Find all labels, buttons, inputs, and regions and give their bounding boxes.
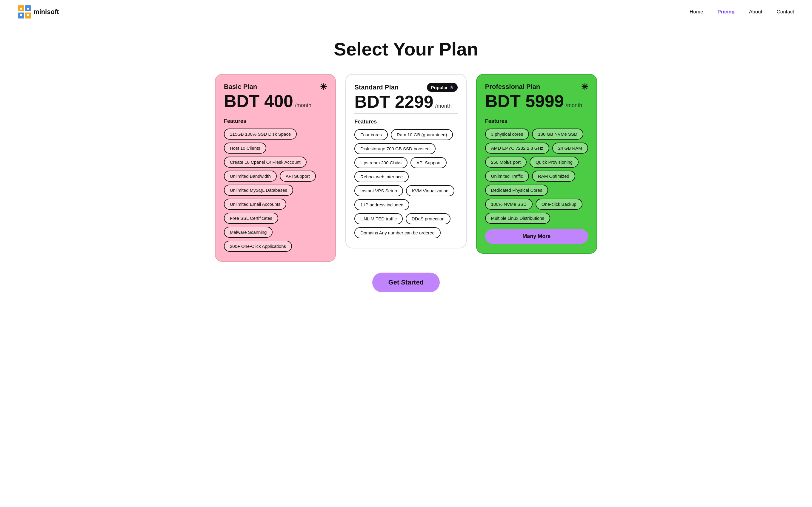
popular-label: Popular [431, 85, 448, 90]
pro-card-header: Professional Plan ✳ [485, 83, 588, 91]
pro-feature-0: 3 physical cores [485, 128, 529, 139]
standard-features-list: Four cores Ram 10 GB (guaranteed) Disk s… [354, 129, 457, 238]
basic-feature-5: Unlimited MySQL Databases [224, 185, 293, 195]
plan-card-basic: Basic Plan ✳ BDT 400 /month Features 115… [215, 74, 336, 262]
basic-feature-4: API Support [280, 171, 316, 182]
many-more-button[interactable]: Many More [485, 229, 588, 244]
nav-pricing[interactable]: Pricing [717, 9, 735, 15]
standard-per: /month [435, 103, 452, 109]
basic-features-list: 115GB 100% SSD Disk Space Host 10 Client… [224, 128, 327, 252]
nav-contact[interactable]: Contact [776, 9, 794, 15]
pro-feature-6: Unlimited Traffic [485, 171, 529, 182]
main-nav: Home Pricing About Contact [690, 9, 794, 15]
basic-feature-9: 200+ One-Click Applications [224, 241, 292, 252]
pro-feature-9: 100% NVMe SSD [485, 199, 532, 210]
standard-divider [354, 113, 457, 114]
pro-feature-8: Dedicated Physical Cores [485, 185, 548, 195]
logo[interactable]: minisoft [18, 5, 59, 18]
pro-price: BDT 5999 [485, 93, 564, 110]
standard-plan-name: Standard Plan [354, 83, 399, 91]
basic-divider [224, 113, 327, 113]
std-feature-0: Four cores [354, 129, 388, 140]
pro-plan-name: Professional Plan [485, 83, 540, 91]
pro-feature-11: Multiple Linux Distributions [485, 213, 550, 224]
svg-rect-4 [20, 8, 22, 9]
std-feature-2: Disk storage 700 GB SSD-boosted [354, 143, 436, 154]
basic-feature-6: Unlimited Email Accounts [224, 199, 286, 210]
pro-feature-5: Quick Provisioning [529, 157, 578, 168]
std-feature-7: KVM Virtualization [406, 185, 454, 196]
nav-home[interactable]: Home [690, 9, 703, 15]
plan-card-professional: Professional Plan ✳ BDT 5999 /month Feat… [476, 74, 597, 254]
logo-text: minisoft [34, 8, 59, 16]
std-feature-10: DDoS protection [406, 213, 451, 224]
basic-features-label: Features [224, 118, 327, 124]
std-feature-8: 1 IP address included [354, 199, 409, 210]
std-feature-1: Ram 10 GB (guaranteed) [391, 129, 453, 140]
basic-feature-3: Unlimited Bandwidth [224, 171, 277, 182]
basic-asterisk-icon: ✳ [320, 83, 327, 91]
svg-rect-6 [20, 14, 22, 16]
get-started-section: Get Started [215, 273, 597, 292]
plans-grid: Basic Plan ✳ BDT 400 /month Features 115… [215, 74, 597, 262]
basic-feature-8: Malware Scanning [224, 227, 272, 238]
page-title: Select Your Plan [215, 39, 597, 60]
std-feature-4: API Support [410, 157, 447, 168]
pro-feature-1: 180 GB NVMe SSD [532, 128, 583, 139]
standard-price-row: BDT 2299 /month [354, 93, 457, 110]
pro-per: /month [566, 102, 582, 109]
std-feature-6: Instant VPS Setup [354, 185, 403, 196]
pro-price-row: BDT 5999 /month [485, 93, 588, 110]
pro-divider [485, 113, 588, 113]
popular-badge: Popular ★ [427, 83, 458, 92]
pro-features-label: Features [485, 118, 588, 124]
nav-about[interactable]: About [749, 9, 762, 15]
basic-card-header: Basic Plan ✳ [224, 83, 327, 91]
std-feature-9: UNLIMITED traffic [354, 213, 402, 224]
pro-feature-3: 24 GB RAM [552, 143, 588, 154]
basic-feature-7: Free SSL Certificates [224, 213, 278, 224]
std-feature-5: Reboot web interface [354, 171, 409, 182]
pro-asterisk-icon: ✳ [581, 83, 588, 91]
pro-features-list: 3 physical cores 180 GB NVMe SSD AMD EPY… [485, 128, 588, 224]
popular-star-icon: ★ [450, 85, 453, 90]
basic-per: /month [295, 102, 311, 109]
pro-feature-10: One-click Backup [536, 199, 582, 210]
basic-feature-0: 115GB 100% SSD Disk Space [224, 128, 297, 139]
basic-price: BDT 400 [224, 93, 293, 110]
std-feature-11: Domains Any number can be ordered [354, 227, 440, 238]
svg-rect-7 [27, 14, 29, 16]
standard-card-header: Standard Plan Popular ★ [354, 83, 457, 92]
plan-card-standard: Standard Plan Popular ★ BDT 2299 /month … [345, 74, 466, 248]
basic-feature-2: Create 10 Cpanel Or Plesk Account [224, 157, 307, 168]
site-header: minisoft Home Pricing About Contact [0, 0, 812, 24]
pro-feature-2: AMD EPYC 7282 2.8 GHz [485, 143, 549, 154]
standard-features-label: Features [354, 119, 457, 125]
get-started-button[interactable]: Get Started [372, 273, 440, 292]
pro-feature-7: RAM Optimized [532, 171, 575, 182]
svg-rect-5 [27, 8, 29, 9]
main-content: Select Your Plan Basic Plan ✳ BDT 400 /m… [203, 24, 609, 310]
std-feature-3: Upstream 200 Gbit/s [354, 157, 407, 168]
standard-price: BDT 2299 [354, 93, 433, 110]
basic-price-row: BDT 400 /month [224, 93, 327, 110]
pro-feature-4: 250 Mbit/s port [485, 157, 526, 168]
basic-feature-1: Host 10 Clients [224, 143, 266, 154]
logo-icon [18, 5, 31, 18]
basic-plan-name: Basic Plan [224, 83, 257, 91]
